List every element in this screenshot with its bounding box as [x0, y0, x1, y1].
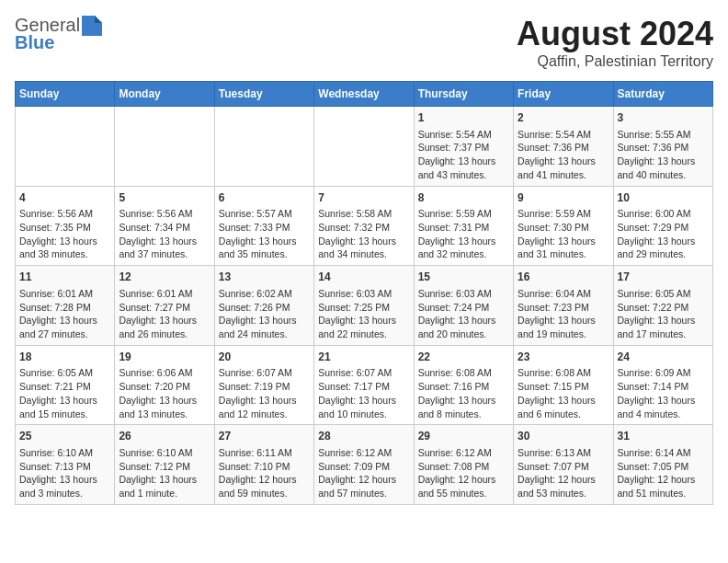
day-number: 23	[518, 350, 609, 365]
day-info: Sunrise: 6:12 AM Sunset: 7:08 PM Dayligh…	[418, 446, 509, 500]
day-number: 7	[318, 190, 409, 206]
calendar-day-cell: 26Sunrise: 6:10 AM Sunset: 7:12 PM Dayli…	[115, 425, 214, 505]
day-info: Sunrise: 6:03 AM Sunset: 7:25 PM Dayligh…	[318, 287, 409, 341]
day-info: Sunrise: 6:13 AM Sunset: 7:07 PM Dayligh…	[518, 446, 609, 500]
day-info: Sunrise: 6:11 AM Sunset: 7:10 PM Dayligh…	[219, 446, 310, 500]
day-number: 18	[19, 350, 110, 365]
day-of-week-header: Saturday	[613, 82, 712, 107]
day-info: Sunrise: 6:00 AM Sunset: 7:29 PM Dayligh…	[618, 207, 709, 261]
day-of-week-header: Friday	[514, 82, 613, 107]
day-of-week-header: Wednesday	[314, 82, 414, 107]
day-info: Sunrise: 5:58 AM Sunset: 7:32 PM Dayligh…	[318, 207, 409, 261]
page-header: General Blue August 2024 Qaffin, Palesti…	[15, 15, 713, 70]
day-info: Sunrise: 6:10 AM Sunset: 7:13 PM Dayligh…	[19, 446, 110, 500]
day-number: 1	[418, 110, 509, 126]
calendar-header-row: SundayMondayTuesdayWednesdayThursdayFrid…	[16, 82, 713, 107]
calendar-day-cell: 6Sunrise: 5:57 AM Sunset: 7:33 PM Daylig…	[214, 186, 313, 266]
day-of-week-header: Tuesday	[214, 82, 313, 107]
calendar-week-row: 18Sunrise: 6:05 AM Sunset: 7:21 PM Dayli…	[16, 345, 713, 425]
day-info: Sunrise: 5:54 AM Sunset: 7:36 PM Dayligh…	[518, 128, 609, 182]
calendar-day-cell: 20Sunrise: 6:07 AM Sunset: 7:19 PM Dayli…	[214, 345, 313, 425]
day-info: Sunrise: 6:09 AM Sunset: 7:14 PM Dayligh…	[618, 366, 709, 420]
calendar-day-cell: 1Sunrise: 5:54 AM Sunset: 7:37 PM Daylig…	[414, 107, 513, 187]
day-info: Sunrise: 6:07 AM Sunset: 7:17 PM Dayligh…	[318, 366, 409, 420]
calendar-day-cell: 10Sunrise: 6:00 AM Sunset: 7:29 PM Dayli…	[613, 186, 712, 266]
calendar-week-row: 25Sunrise: 6:10 AM Sunset: 7:13 PM Dayli…	[16, 425, 713, 505]
day-of-week-header: Monday	[115, 82, 214, 107]
calendar-week-row: 4Sunrise: 5:56 AM Sunset: 7:35 PM Daylig…	[16, 186, 713, 266]
calendar-day-cell: 15Sunrise: 6:03 AM Sunset: 7:24 PM Dayli…	[414, 266, 513, 346]
calendar-day-cell: 24Sunrise: 6:09 AM Sunset: 7:14 PM Dayli…	[613, 345, 712, 425]
calendar-day-cell: 4Sunrise: 5:56 AM Sunset: 7:35 PM Daylig…	[16, 186, 115, 266]
day-info: Sunrise: 5:59 AM Sunset: 7:31 PM Dayligh…	[418, 207, 509, 261]
day-info: Sunrise: 6:01 AM Sunset: 7:27 PM Dayligh…	[119, 287, 210, 341]
day-number: 15	[418, 270, 509, 285]
day-info: Sunrise: 6:05 AM Sunset: 7:21 PM Dayligh…	[19, 366, 110, 420]
day-number: 20	[219, 350, 310, 365]
day-number: 5	[119, 190, 210, 206]
day-number: 6	[219, 190, 310, 206]
day-info: Sunrise: 5:59 AM Sunset: 7:30 PM Dayligh…	[518, 207, 609, 261]
day-info: Sunrise: 5:56 AM Sunset: 7:35 PM Dayligh…	[19, 207, 110, 261]
day-number: 29	[418, 429, 509, 444]
day-info: Sunrise: 5:54 AM Sunset: 7:37 PM Dayligh…	[418, 128, 509, 182]
calendar-day-cell: 12Sunrise: 6:01 AM Sunset: 7:27 PM Dayli…	[115, 266, 214, 346]
page-title: August 2024	[517, 15, 713, 53]
day-of-week-header: Sunday	[16, 82, 115, 107]
day-info: Sunrise: 6:02 AM Sunset: 7:26 PM Dayligh…	[219, 287, 310, 341]
calendar-day-cell: 22Sunrise: 6:08 AM Sunset: 7:16 PM Dayli…	[414, 345, 513, 425]
calendar-day-cell: 14Sunrise: 6:03 AM Sunset: 7:25 PM Dayli…	[314, 266, 414, 346]
day-number: 27	[219, 429, 310, 444]
day-number: 10	[618, 190, 709, 206]
day-number: 17	[618, 270, 709, 285]
day-number: 26	[119, 429, 210, 444]
day-number: 3	[618, 110, 709, 126]
calendar-day-cell: 8Sunrise: 5:59 AM Sunset: 7:31 PM Daylig…	[414, 186, 513, 266]
day-number: 24	[618, 350, 709, 365]
day-number: 2	[518, 110, 609, 126]
calendar-day-cell: 5Sunrise: 5:56 AM Sunset: 7:34 PM Daylig…	[115, 186, 214, 266]
day-number: 22	[418, 350, 509, 365]
day-info: Sunrise: 6:06 AM Sunset: 7:20 PM Dayligh…	[119, 366, 210, 420]
calendar-day-cell: 27Sunrise: 6:11 AM Sunset: 7:10 PM Dayli…	[214, 425, 313, 505]
calendar-day-cell	[115, 107, 214, 187]
day-number: 30	[518, 429, 609, 444]
day-info: Sunrise: 6:10 AM Sunset: 7:12 PM Dayligh…	[119, 446, 210, 500]
svg-marker-1	[95, 16, 102, 23]
calendar-day-cell: 25Sunrise: 6:10 AM Sunset: 7:13 PM Dayli…	[16, 425, 115, 505]
day-number: 8	[418, 190, 509, 206]
calendar-day-cell: 31Sunrise: 6:14 AM Sunset: 7:05 PM Dayli…	[613, 425, 712, 505]
calendar-day-cell	[16, 107, 115, 187]
day-info: Sunrise: 6:03 AM Sunset: 7:24 PM Dayligh…	[418, 287, 509, 341]
day-info: Sunrise: 6:07 AM Sunset: 7:19 PM Dayligh…	[219, 366, 310, 420]
calendar-day-cell: 16Sunrise: 6:04 AM Sunset: 7:23 PM Dayli…	[514, 266, 613, 346]
logo-blue: Blue	[15, 32, 54, 53]
day-info: Sunrise: 6:05 AM Sunset: 7:22 PM Dayligh…	[618, 287, 709, 341]
day-number: 25	[19, 429, 110, 444]
day-number: 19	[119, 350, 210, 365]
calendar-day-cell	[214, 107, 313, 187]
calendar-day-cell: 21Sunrise: 6:07 AM Sunset: 7:17 PM Dayli…	[314, 345, 414, 425]
day-info: Sunrise: 5:55 AM Sunset: 7:36 PM Dayligh…	[618, 128, 709, 182]
calendar-day-cell: 17Sunrise: 6:05 AM Sunset: 7:22 PM Dayli…	[613, 266, 712, 346]
day-info: Sunrise: 6:04 AM Sunset: 7:23 PM Dayligh…	[518, 287, 609, 341]
calendar-week-row: 1Sunrise: 5:54 AM Sunset: 7:37 PM Daylig…	[16, 107, 713, 187]
title-block: August 2024 Qaffin, Palestinian Territor…	[517, 15, 713, 70]
day-number: 31	[618, 429, 709, 444]
calendar-day-cell	[314, 107, 414, 187]
calendar-day-cell: 30Sunrise: 6:13 AM Sunset: 7:07 PM Dayli…	[514, 425, 613, 505]
day-number: 16	[518, 270, 609, 285]
day-info: Sunrise: 6:12 AM Sunset: 7:09 PM Dayligh…	[318, 446, 409, 500]
day-info: Sunrise: 6:08 AM Sunset: 7:16 PM Dayligh…	[418, 366, 509, 420]
calendar-day-cell: 2Sunrise: 5:54 AM Sunset: 7:36 PM Daylig…	[514, 107, 613, 187]
day-number: 13	[219, 270, 310, 285]
calendar-day-cell: 23Sunrise: 6:08 AM Sunset: 7:15 PM Dayli…	[514, 345, 613, 425]
calendar-day-cell: 29Sunrise: 6:12 AM Sunset: 7:08 PM Dayli…	[414, 425, 513, 505]
day-number: 4	[19, 190, 110, 206]
calendar-week-row: 11Sunrise: 6:01 AM Sunset: 7:28 PM Dayli…	[16, 266, 713, 346]
day-number: 14	[318, 270, 409, 285]
calendar-day-cell: 13Sunrise: 6:02 AM Sunset: 7:26 PM Dayli…	[214, 266, 313, 346]
day-number: 21	[318, 350, 409, 365]
svg-marker-0	[82, 16, 102, 36]
day-number: 9	[518, 190, 609, 206]
